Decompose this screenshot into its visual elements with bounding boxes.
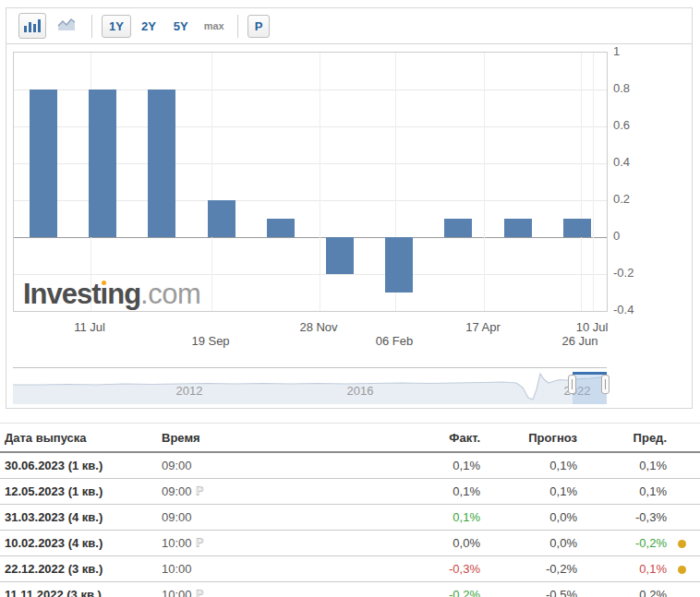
col-header-previous: Пред. <box>577 424 667 453</box>
revision-dot-icon <box>678 540 686 548</box>
bar[interactable] <box>89 90 116 237</box>
marker-cell <box>667 556 700 582</box>
watermark-suffix: .com <box>140 278 200 310</box>
x-tick-label: 19 Sep <box>191 334 229 348</box>
marker-cell <box>667 531 700 556</box>
bar[interactable] <box>385 237 413 293</box>
bar[interactable] <box>148 90 175 237</box>
col-header-forecast: Прогноз <box>480 424 577 453</box>
gridline-horizontal <box>14 237 607 238</box>
range-button-5y[interactable]: 5Y <box>166 15 196 38</box>
bar[interactable] <box>504 219 532 237</box>
preliminary-icon: ℙ <box>196 588 204 597</box>
navigator-sparkline <box>13 367 607 404</box>
actual-cell: 0,0% <box>300 531 480 556</box>
preliminary-icon: ℙ <box>196 536 204 550</box>
x-tick-label: 06 Feb <box>376 334 413 348</box>
previous-cell: 0,1% <box>577 452 667 479</box>
watermark-brand: Investıng <box>23 278 140 310</box>
marker-cell <box>667 582 700 597</box>
marker-cell <box>667 479 700 505</box>
time-cell: 09:00 <box>162 505 300 531</box>
revision-dot-icon <box>678 566 686 574</box>
release-date-cell: 30.06.2023 (1 кв.) <box>0 452 162 479</box>
gridline-vertical <box>581 53 582 311</box>
y-tick-label: 0 <box>613 229 646 244</box>
bar-chart-type-button[interactable] <box>18 13 46 39</box>
navigator-handle-left[interactable] <box>568 375 576 394</box>
line-chart-icon <box>57 18 76 34</box>
table-row: 12.05.2023 (1 кв.)09:00ℙ0,1%0,1%0,1% <box>0 479 700 505</box>
line-chart-type-button[interactable] <box>53 13 80 39</box>
navigator-year-label: 2016 <box>347 384 374 398</box>
previous-cell: 0,1% <box>577 556 667 582</box>
toolbar-separator <box>91 15 92 38</box>
economic-calendar-chart-module: 1Y2Y5Ymax P Investıng.com 201220162022 1… <box>6 7 693 409</box>
release-date-cell: 31.03.2023 (4 кв.) <box>0 505 162 531</box>
previous-cell: -0,3% <box>577 505 667 531</box>
bar-chart-icon <box>24 18 41 35</box>
y-tick-label: 0.4 <box>613 155 646 170</box>
x-tick-label: 10 Jul <box>576 320 609 334</box>
gridline-vertical <box>320 53 320 311</box>
marker-cell <box>667 452 700 479</box>
table-row: 31.03.2023 (4 кв.)09:000,1%0,0%-0,3% <box>0 505 700 531</box>
table-row: 22.12.2022 (3 кв.)10:00-0,3%-0,2%0,1% <box>0 556 700 582</box>
actual-cell: 0,1% <box>300 505 480 531</box>
y-tick-label: 0.2 <box>613 192 646 207</box>
forecast-cell: -0,5% <box>480 582 577 597</box>
previous-cell: 0,1% <box>577 479 667 505</box>
x-tick-label: 28 Nov <box>299 320 337 334</box>
forecast-cell: 0,1% <box>480 452 577 479</box>
x-tick-label: 11 Jul <box>74 320 105 334</box>
range-button-2y[interactable]: 2Y <box>134 15 163 38</box>
actual-cell: 0,1% <box>300 452 480 479</box>
y-tick-label: 0.8 <box>613 81 646 96</box>
bar[interactable] <box>208 200 235 237</box>
bar[interactable] <box>326 237 354 274</box>
y-tick-label: -0.2 <box>613 266 646 281</box>
time-cell: 10:00ℙ <box>162 531 300 556</box>
range-button-max[interactable]: max <box>199 14 230 39</box>
col-header-blank <box>667 424 700 453</box>
watermark-orange-dot: ı <box>101 278 108 310</box>
range-button-group: 1Y2Y5Ymax <box>102 14 233 39</box>
y-tick-label: -0.4 <box>613 303 646 317</box>
gridline-horizontal <box>14 274 607 275</box>
table-row: 10.02.2023 (4 кв.)10:00ℙ0,0%0,0%-0,2% <box>0 531 700 556</box>
forecast-cell: 0,0% <box>480 531 577 556</box>
y-tick-label: 1 <box>613 44 646 59</box>
bar[interactable] <box>563 219 591 237</box>
forecast-cell: 0,1% <box>480 479 577 505</box>
time-cell: 10:00ℙ <box>162 582 300 597</box>
bar[interactable] <box>267 219 295 237</box>
preliminary-icon: ℙ <box>196 484 204 498</box>
actual-cell: -0,2% <box>300 582 480 597</box>
bar[interactable] <box>444 219 472 237</box>
table-row: 11.11.2022 (3 кв.)10:00ℙ-0,2%-0,5%0,2% <box>0 582 700 597</box>
actual-cell: -0,3% <box>300 556 480 582</box>
col-header-release-date: Дата выпуска <box>0 424 162 453</box>
chart-navigator[interactable]: 201220162022 <box>13 367 607 404</box>
gridline-vertical <box>211 53 212 311</box>
plot-area <box>13 52 608 312</box>
range-button-1y[interactable]: 1Y <box>102 15 131 38</box>
p-button[interactable]: P <box>247 15 271 38</box>
release-date-cell: 11.11.2022 (3 кв.) <box>0 582 162 597</box>
forecast-cell: 0,0% <box>480 505 577 531</box>
release-date-cell: 12.05.2023 (1 кв.) <box>0 479 162 505</box>
actual-cell: 0,1% <box>300 479 480 505</box>
previous-cell: -0,2% <box>577 531 667 556</box>
forecast-cell: -0,2% <box>480 556 577 582</box>
time-cell: 09:00ℙ <box>162 479 300 505</box>
release-date-cell: 22.12.2022 (3 кв.) <box>0 556 162 582</box>
bar[interactable] <box>30 90 57 237</box>
marker-cell <box>667 505 700 531</box>
chart-toolbar: 1Y2Y5Ymax P <box>6 8 692 44</box>
time-cell: 09:00 <box>162 452 300 479</box>
table-row: 30.06.2023 (1 кв.)09:000,1%0,1%0,1% <box>0 452 700 479</box>
col-header-time: Время <box>162 424 300 453</box>
navigator-handle-right[interactable] <box>601 375 609 394</box>
col-header-actual: Факт. <box>300 424 480 453</box>
gridline-vertical <box>593 53 594 311</box>
